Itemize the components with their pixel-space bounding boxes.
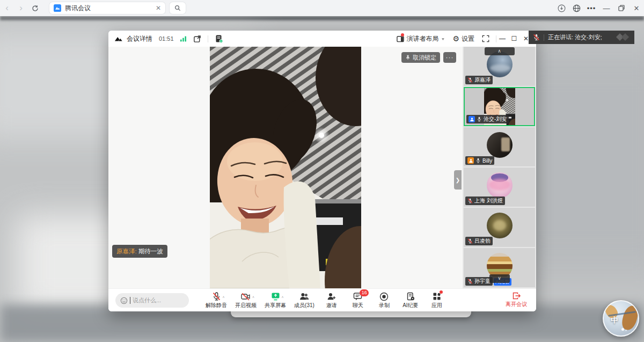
input-method-label: 中 — [611, 316, 618, 325]
fullscreen-icon — [482, 35, 489, 42]
chat-button[interactable]: 16 聊天 — [349, 290, 367, 311]
forward-icon[interactable]: › — [14, 1, 28, 16]
participant-nametag: 原嘉泽 — [465, 76, 493, 84]
meeting-minimize-icon[interactable]: — — [496, 35, 508, 42]
button-label: 聊天 — [353, 302, 363, 309]
members-icon — [299, 292, 309, 301]
tab-close-icon[interactable]: ✕ — [156, 4, 161, 12]
unpin-label: 取消锁定 — [413, 54, 436, 62]
participant-name: 原嘉泽 — [474, 76, 491, 84]
mic-muted-icon — [467, 238, 473, 244]
participants-sidebar: 原嘉泽 沧交-刘安 — [463, 47, 536, 288]
share-screen-button[interactable]: ＾ 共享屏幕 — [265, 290, 286, 311]
sidebar-collapse-handle[interactable]: ❯ — [454, 170, 462, 190]
members-button[interactable]: 成员(31) — [294, 290, 314, 311]
participant-avatar — [487, 172, 513, 198]
tencent-meeting-favicon — [54, 4, 61, 12]
mic-on-icon — [475, 158, 481, 163]
floating-assistant-ball[interactable]: 中 — [603, 300, 639, 337]
tencent-meeting-watermark-icon — [615, 33, 631, 41]
back-icon[interactable]: ‹ — [0, 1, 14, 16]
refresh-icon[interactable] — [28, 5, 42, 12]
text-caret — [130, 297, 130, 304]
chevron-up-icon[interactable]: ＾ — [222, 295, 226, 301]
window-restore-icon[interactable] — [614, 0, 629, 16]
chat-quick-input[interactable]: 说点什么... — [115, 293, 189, 308]
share-screen-icon: ＾ — [271, 292, 280, 301]
ball-dot — [621, 328, 624, 331]
ball-decoration — [620, 304, 639, 332]
leave-icon — [512, 292, 521, 300]
participant-tile[interactable]: Billy — [464, 127, 535, 166]
invite-button[interactable]: 邀请 — [323, 290, 341, 311]
mic-on-icon — [477, 117, 482, 122]
download-icon[interactable] — [554, 0, 569, 16]
chat-message-overlay: 原嘉泽: 期待一波 — [112, 245, 167, 258]
open-external-icon[interactable] — [193, 35, 201, 43]
more-options-button[interactable]: ··· — [443, 52, 456, 63]
network-signal-icon — [180, 36, 187, 42]
participant-tile[interactable]: 吕凌勃 — [464, 208, 535, 247]
button-label: 成员(31) — [294, 302, 314, 309]
more-icon: ··· — [446, 54, 454, 61]
tencent-meeting-logo-icon — [114, 34, 123, 43]
participant-name: Billy — [482, 158, 492, 164]
scroll-up-chevron[interactable]: ∧ — [485, 47, 515, 55]
layout-selector-button[interactable]: 演讲者布局 ▼ — [396, 34, 445, 43]
meeting-titlebar: 会议详情 01:51 演讲者布局 ▼ ⚙ — [108, 31, 536, 47]
scroll-down-chevron[interactable]: ∨ — [489, 274, 510, 283]
screen: ‹ › 腾讯会议 ✕ ••• — ✕ — [0, 0, 644, 342]
ai-minutes-button[interactable]: AI纪要 — [401, 290, 420, 311]
mic-muted-icon — [467, 77, 473, 83]
globe-icon[interactable] — [569, 0, 584, 16]
chevron-up-icon[interactable]: ＾ — [251, 295, 255, 301]
meeting-toolbar: 说点什么... ＾ 解除静音 ＾ 开启视频 — [108, 288, 536, 311]
window-close-icon[interactable]: ✕ — [629, 0, 644, 16]
settings-button[interactable]: ⚙ 设置 — [452, 34, 474, 43]
participant-tile[interactable]: 上海 刘洪煜 — [464, 168, 535, 207]
button-label: AI纪要 — [402, 302, 418, 309]
camera-off-icon: ＾ — [241, 292, 251, 301]
button-label: 开启视频 — [235, 302, 257, 309]
record-button[interactable]: 录制 — [375, 290, 393, 311]
start-video-button[interactable]: ＾ 开启视频 — [235, 290, 257, 311]
button-label: 解除静音 — [206, 302, 227, 309]
apps-notification-dot — [440, 290, 443, 294]
browser-tab[interactable]: 腾讯会议 ✕ — [49, 2, 165, 14]
button-label: 共享屏幕 — [265, 302, 286, 309]
settings-label: 设置 — [462, 34, 474, 43]
participant-nametag: Billy — [465, 156, 494, 165]
layout-notification-dot — [401, 33, 404, 37]
chat-unread-badge: 16 — [360, 289, 369, 296]
participant-tile-active-speaker[interactable]: 沧交-刘安 — [464, 87, 535, 126]
chevron-up-icon[interactable]: ＾ — [281, 295, 285, 301]
record-icon — [379, 292, 389, 301]
unpin-button[interactable]: 取消锁定 — [401, 52, 440, 63]
window-minimize-icon[interactable]: — — [599, 0, 614, 16]
leave-label: 离开会议 — [506, 301, 527, 308]
browser-menu-icon[interactable]: ••• — [584, 0, 599, 16]
main-video-stage: 取消锁定 ··· 原嘉泽: 期待一波 ❯ — [108, 47, 463, 288]
host-badge-icon — [469, 116, 475, 122]
participant-nametag: 上海 刘洪煜 — [465, 197, 505, 205]
apps-button[interactable]: 应用 — [428, 290, 446, 311]
meeting-details-title[interactable]: 会议详情 — [127, 34, 152, 43]
participant-avatar — [487, 52, 513, 77]
meeting-maximize-icon[interactable]: ☐ — [508, 35, 520, 42]
participant-avatar — [487, 132, 513, 158]
invite-icon — [327, 292, 336, 301]
fullscreen-button[interactable] — [482, 35, 489, 42]
speaker-video[interactable] — [210, 47, 361, 288]
pin-icon — [405, 55, 411, 60]
mic-muted-icon — [467, 198, 473, 203]
search-button[interactable] — [170, 2, 186, 14]
meeting-notes-icon[interactable] — [215, 34, 223, 43]
emoji-icon[interactable] — [120, 297, 128, 304]
leave-meeting-button[interactable]: 离开会议 — [506, 290, 527, 308]
unmute-button[interactable]: ＾ 解除静音 — [206, 290, 227, 311]
tab-title: 腾讯会议 — [65, 4, 152, 13]
mic-muted-icon — [533, 34, 540, 41]
meeting-timer: 01:51 — [159, 35, 174, 42]
input-placeholder: 说点什么... — [133, 296, 161, 304]
meeting-window: 会议详情 01:51 演讲者布局 ▼ ⚙ — [108, 31, 536, 311]
